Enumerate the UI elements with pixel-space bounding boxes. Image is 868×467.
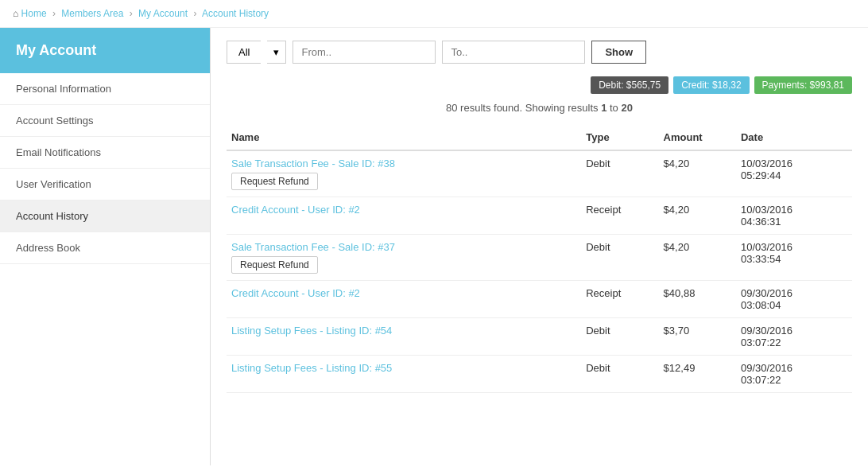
table-row: Credit Account - User ID: #2Receipt$4,20…: [227, 197, 852, 235]
table-row: Listing Setup Fees - Listing ID: #55Debi…: [227, 356, 852, 393]
transaction-link[interactable]: Sale Transaction Fee - Sale ID: #37: [231, 241, 395, 253]
sidebar-item-account-settings[interactable]: Account Settings: [0, 105, 210, 137]
table-row: Sale Transaction Fee - Sale ID: #37Reque…: [227, 235, 852, 281]
cell-type: Debit: [581, 318, 658, 356]
summary-row: Debit: $565,75 Credit: $18,32 Payments: …: [227, 76, 852, 94]
table-row: Sale Transaction Fee - Sale ID: #38Reque…: [227, 150, 852, 197]
main-content: All ▾ Show Debit: $565,75 Credit: $18,32…: [211, 28, 868, 465]
cell-name: Credit Account - User ID: #2: [227, 281, 581, 318]
cell-amount: $3,70: [659, 318, 736, 356]
transaction-link[interactable]: Listing Setup Fees - Listing ID: #55: [231, 362, 392, 374]
breadcrumb-account-history[interactable]: Account History: [202, 8, 269, 19]
cell-date: 10/03/201603:33:54: [736, 235, 852, 281]
transaction-link[interactable]: Sale Transaction Fee - Sale ID: #38: [231, 158, 395, 169]
cell-date: 09/30/201603:08:04: [736, 281, 852, 318]
payments-badge: Payments: $993,81: [754, 76, 852, 94]
table-row: Listing Setup Fees - Listing ID: #54Debi…: [227, 318, 852, 356]
results-text: 80 results found. Showing results 1 to 2…: [227, 102, 852, 114]
cell-amount: $4,20: [659, 235, 736, 281]
cell-amount: $12,49: [659, 356, 736, 393]
cell-type: Debit: [581, 235, 658, 281]
filter-show-button[interactable]: Show: [591, 41, 646, 64]
cell-name: Listing Setup Fees - Listing ID: #55: [227, 356, 581, 393]
cell-name: Listing Setup Fees - Listing ID: #54: [227, 318, 581, 356]
filter-dropdown-button[interactable]: ▾: [267, 41, 286, 64]
cell-amount: $4,20: [659, 150, 736, 197]
sidebar-item-user-verification[interactable]: User Verification: [0, 169, 210, 200]
debit-badge: Debit: $565,75: [591, 76, 668, 94]
sidebar-item-email-notifications[interactable]: Email Notifications: [0, 137, 210, 169]
breadcrumb: ⌂ Home › Members Area › My Account › Acc…: [0, 0, 868, 28]
cell-type: Receipt: [581, 281, 658, 318]
filter-to-input[interactable]: [442, 41, 585, 64]
cell-name: Sale Transaction Fee - Sale ID: #37Reque…: [227, 235, 581, 281]
filter-from-input[interactable]: [293, 41, 436, 64]
cell-type: Debit: [581, 356, 658, 393]
sidebar-item-address-book[interactable]: Address Book: [0, 232, 210, 264]
sidebar-item-account-history[interactable]: Account History: [0, 200, 210, 232]
breadcrumb-home[interactable]: Home: [21, 8, 47, 19]
cell-type: Receipt: [581, 197, 658, 235]
cell-date: 10/03/201604:36:31: [736, 197, 852, 235]
col-header-date: Date: [736, 125, 852, 150]
cell-type: Debit: [581, 150, 658, 197]
request-refund-button[interactable]: Request Refund: [231, 173, 318, 190]
cell-date: 09/30/201603:07:22: [736, 356, 852, 393]
request-refund-button[interactable]: Request Refund: [231, 256, 318, 274]
filter-bar: All ▾ Show: [227, 41, 852, 64]
col-header-amount: Amount: [659, 125, 736, 150]
sidebar-header: My Account: [0, 28, 210, 73]
credit-badge: Credit: $18,32: [673, 76, 749, 94]
cell-amount: $4,20: [659, 197, 736, 235]
table-row: Credit Account - User ID: #2Receipt$40,8…: [227, 281, 852, 318]
breadcrumb-members-area[interactable]: Members Area: [61, 8, 123, 19]
cell-name: Sale Transaction Fee - Sale ID: #38Reque…: [227, 150, 581, 197]
col-header-type: Type: [581, 125, 658, 150]
cell-date: 09/30/201603:07:22: [736, 318, 852, 356]
sidebar: My Account Personal Information Account …: [0, 28, 211, 465]
cell-amount: $40,88: [659, 281, 736, 318]
col-header-name: Name: [227, 125, 581, 150]
transaction-link[interactable]: Credit Account - User ID: #2: [231, 287, 360, 299]
filter-all-button[interactable]: All: [227, 41, 261, 64]
transaction-link[interactable]: Credit Account - User ID: #2: [231, 204, 360, 216]
sidebar-item-personal-information[interactable]: Personal Information: [0, 73, 210, 105]
home-icon: ⌂: [13, 8, 18, 19]
cell-name: Credit Account - User ID: #2: [227, 197, 581, 235]
transaction-link[interactable]: Listing Setup Fees - Listing ID: #54: [231, 325, 392, 337]
breadcrumb-my-account[interactable]: My Account: [138, 8, 188, 19]
cell-date: 10/03/201605:29:44: [736, 150, 852, 197]
account-history-table: Name Type Amount Date Sale Transaction F…: [227, 125, 852, 393]
